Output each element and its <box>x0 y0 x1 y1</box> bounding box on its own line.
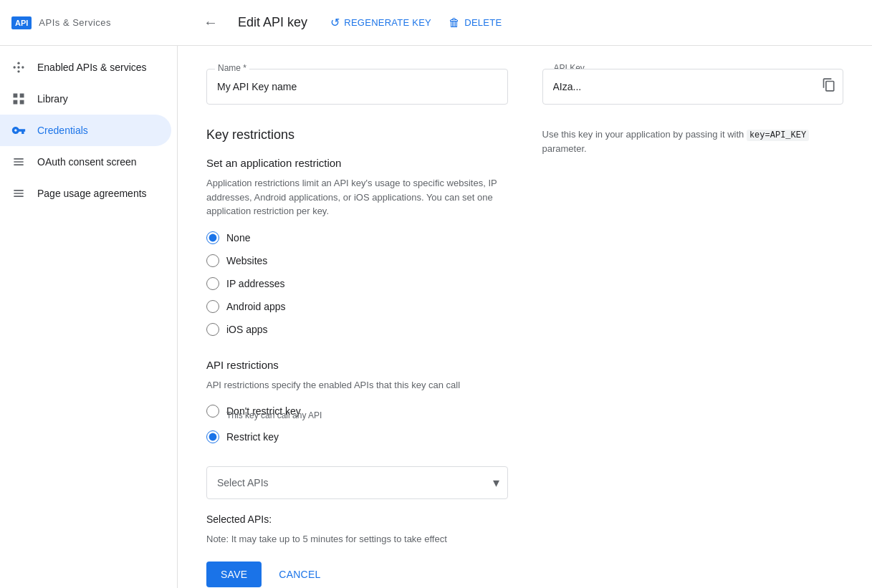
sidebar-item-enabled-apis[interactable]: Enabled APIs & services <box>0 52 171 83</box>
radio-android-apps[interactable]: Android apps <box>206 300 508 313</box>
header-actions: ↺ REGENERATE KEY 🗑 DELETE <box>330 16 502 29</box>
sidebar-item-credentials[interactable]: Credentials <box>0 115 171 146</box>
select-apis-wrapper: Select APIs ▾ <box>206 466 508 499</box>
key-restrictions-heading: Key restrictions <box>206 127 508 143</box>
radio-ios-apps[interactable]: iOS apps <box>206 323 508 336</box>
app-title: APIs & Services <box>39 17 111 28</box>
svg-point-0 <box>17 66 19 68</box>
oauth-icon <box>11 155 26 169</box>
left-column: Name * Key restrictions Set an applicati… <box>206 69 508 587</box>
sidebar-label-enabled-apis: Enabled APIs & services <box>37 62 147 73</box>
radio-restrict-key[interactable]: Restrict key <box>206 430 508 443</box>
radio-websites-label: Websites <box>226 255 267 266</box>
selected-apis-label: Selected APIs: <box>206 514 508 525</box>
svg-rect-8 <box>20 100 24 105</box>
radio-ip-input[interactable] <box>206 277 219 290</box>
page-usage-icon <box>11 186 26 201</box>
credentials-icon <box>11 123 26 138</box>
app-restriction-heading: Set an application restriction <box>206 157 508 169</box>
svg-point-2 <box>17 70 19 72</box>
radio-none-input[interactable] <box>206 231 219 244</box>
save-button[interactable]: SAVE <box>206 562 262 587</box>
radio-dont-restrict-sub: This key can call any API <box>226 410 508 420</box>
right-column: API Key Use this key in your application… <box>542 69 844 587</box>
svg-rect-5 <box>14 94 18 98</box>
radio-websites-input[interactable] <box>206 254 219 267</box>
sidebar-item-library[interactable]: Library <box>0 83 171 115</box>
radio-restrict-input[interactable] <box>206 430 219 443</box>
sidebar-label-credentials: Credentials <box>37 125 88 136</box>
content-area: Name * Key restrictions Set an applicati… <box>178 46 872 588</box>
svg-rect-6 <box>20 94 24 98</box>
radio-none-label: None <box>226 232 250 244</box>
regenerate-icon: ↺ <box>330 16 340 29</box>
radio-websites[interactable]: Websites <box>206 254 508 267</box>
select-apis-dropdown[interactable]: Select APIs <box>206 466 508 499</box>
api-key-input[interactable] <box>542 69 844 105</box>
api-restrictions-section: API restrictions API restrictions specif… <box>206 359 508 545</box>
logo-area: API APIs & Services <box>11 16 189 29</box>
sidebar-label-library: Library <box>37 93 68 105</box>
library-icon <box>11 92 26 106</box>
back-button[interactable]: ← <box>201 11 221 34</box>
svg-rect-7 <box>14 100 18 105</box>
header-content: ← Edit API key ↺ REGENERATE KEY 🗑 DELETE <box>201 11 861 34</box>
api-restrictions-desc: API restrictions specify the enabled API… <box>206 378 508 392</box>
radio-ios-label: iOS apps <box>226 324 268 335</box>
sidebar: Enabled APIs & services Library Credenti… <box>0 46 178 588</box>
radio-android-input[interactable] <box>206 300 219 313</box>
radio-dont-restrict-input[interactable] <box>206 405 219 418</box>
copy-api-key-button[interactable] <box>822 78 836 96</box>
radio-ip-addresses[interactable]: IP addresses <box>206 277 508 290</box>
api-key-field-group: API Key <box>542 69 844 105</box>
api-restrictions-heading: API restrictions <box>206 359 508 371</box>
api-restriction-options: Don't restrict key This key can call any… <box>206 405 508 443</box>
enabled-apis-icon <box>11 60 26 74</box>
radio-restrict-label: Restrict key <box>226 431 279 443</box>
api-logo: API <box>11 16 32 29</box>
svg-point-4 <box>21 66 24 68</box>
name-label: Name * <box>215 63 249 73</box>
name-field-group: Name * <box>206 69 508 105</box>
name-input[interactable] <box>206 69 508 105</box>
note-text: Note: It may take up to 5 minutes for se… <box>206 534 508 544</box>
page-title: Edit API key <box>238 15 307 30</box>
api-key-hint: Use this key in your application by pass… <box>542 127 844 156</box>
delete-icon: 🗑 <box>449 16 460 29</box>
delete-button[interactable]: 🗑 DELETE <box>449 16 502 29</box>
sidebar-label-page-usage: Page usage agreements <box>37 188 147 199</box>
svg-point-1 <box>17 62 19 64</box>
cancel-button[interactable]: CANCEL <box>267 562 332 587</box>
sidebar-label-oauth: OAuth consent screen <box>37 156 137 168</box>
regenerate-key-button[interactable]: ↺ REGENERATE KEY <box>330 16 431 29</box>
api-key-wrapper <box>542 69 844 105</box>
sidebar-item-oauth-consent[interactable]: OAuth consent screen <box>0 146 171 178</box>
radio-none[interactable]: None <box>206 231 508 244</box>
action-buttons: SAVE CANCEL <box>206 562 508 587</box>
app-restriction-desc: Application restrictions limit an API ke… <box>206 176 508 218</box>
svg-point-3 <box>14 66 16 68</box>
radio-ip-label: IP addresses <box>226 278 284 289</box>
api-key-hint-code: key=API_KEY <box>747 130 809 141</box>
radio-android-label: Android apps <box>226 301 286 312</box>
sidebar-item-page-usage[interactable]: Page usage agreements <box>0 178 171 209</box>
app-restriction-options: None Websites IP addresses Android apps <box>206 231 508 336</box>
radio-ios-input[interactable] <box>206 323 219 336</box>
